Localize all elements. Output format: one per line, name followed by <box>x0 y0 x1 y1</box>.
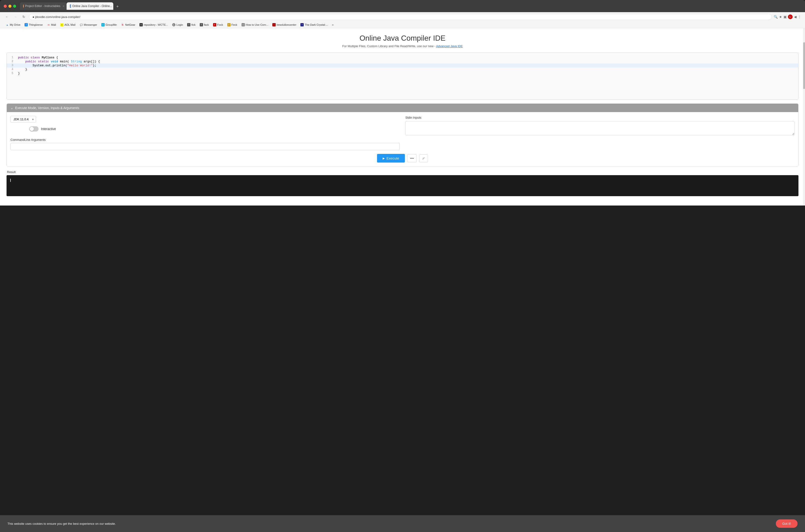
bookmark-aol-mail[interactable]: A AOL Mail <box>58 22 77 27</box>
profile-icon[interactable]: U <box>788 15 793 19</box>
code-line-4: 4 } <box>7 68 798 72</box>
bookmark-favicon-aol-mail: A <box>60 23 63 26</box>
bookmark-repository[interactable]: R repository - WCTE... <box>137 22 170 27</box>
bookmark-favicon-fock: F <box>213 23 216 26</box>
bookmark-dark-crystal[interactable]: T The Dark Crystal:... <box>299 22 330 27</box>
execute-body: JDK 11.0.4 JDK 17 JDK 8 ▼ <box>7 112 798 166</box>
execute-button[interactable]: ▶ Execute <box>377 154 405 163</box>
new-tab-button[interactable]: + <box>114 3 121 10</box>
bookmark-thingiverse[interactable]: T Thingiverse <box>23 22 44 27</box>
menu-icon[interactable]: ⋮ <box>798 15 801 19</box>
line-content-2: public static void main( String args[]) … <box>16 60 100 63</box>
bookmark-favicon-messenger: 💬 <box>80 23 83 26</box>
bookmark-label-mail: Mail <box>51 23 56 26</box>
bookmark-netgear[interactable]: N NetGear <box>119 22 137 27</box>
bookmark-fack[interactable]: f fack <box>198 22 211 27</box>
bookmark-favicon-fick: f <box>187 23 190 26</box>
string-hello-world: "Hello World!" <box>67 64 93 67</box>
extension-icon[interactable]: ◀ <box>794 15 797 19</box>
bookmark-star-icon[interactable]: ★ <box>779 15 782 19</box>
kw-public-2: public <box>25 60 36 63</box>
bookmark-label-how-to-use: How to Use Com... <box>246 23 268 26</box>
bookmark-label-groupme: GroupMe <box>106 23 117 26</box>
code-line-5: 5 } <box>7 72 798 75</box>
bookmark-my-drive[interactable]: ▲ My Drive <box>4 22 22 27</box>
code-editor[interactable]: 1 public class MyClass { 2 public <box>7 53 798 99</box>
cmd-arguments-input[interactable] <box>11 143 400 150</box>
bookmark-label-feck: Feck <box>231 23 237 26</box>
tab-label-instructables: Project Editor - Instructables <box>25 4 60 8</box>
bookmark-feck[interactable]: F Feck <box>225 22 239 27</box>
close-button[interactable] <box>4 5 7 8</box>
result-cursor <box>10 179 11 182</box>
advanced-ide-link[interactable]: Advanced Java IDE <box>436 44 463 48</box>
forward-button[interactable]: → <box>12 14 19 20</box>
execute-header[interactable]: ⌄ Execute Mode, Version, Inputs & Argume… <box>7 104 798 112</box>
line-number-5: 5 <box>7 72 16 75</box>
bookmark-mail[interactable]: ✉ Mail <box>45 22 58 27</box>
search-icon[interactable]: 🔍 <box>774 15 778 19</box>
bookmark-favicon-groupme: G <box>101 23 105 26</box>
minimize-button[interactable] <box>8 5 12 8</box>
bookmark-iresolution[interactable]: i iresolutioncenter <box>270 22 298 27</box>
address-bar: ← → ↻ ● jdoodle.com/online-java-compiler… <box>0 12 805 21</box>
bookmark-label-fock: Fock <box>217 23 223 26</box>
kw-class: class <box>31 56 40 59</box>
args: args[]) { <box>83 60 100 63</box>
tab-jdoodle[interactable]: J Online Java Compiler - Online... ✕ <box>67 2 113 10</box>
bookmark-label-login: Login <box>176 23 183 26</box>
line-number-3: 3 <box>7 64 16 67</box>
expand-button[interactable]: ⤢ <box>419 154 428 162</box>
interactive-row: Interactive <box>11 126 400 135</box>
bookmark-how-to-use[interactable]: H How to Use Com... <box>240 22 270 27</box>
bookmark-label-aol-mail: AOL Mail <box>64 23 75 26</box>
bookmark-label-iresolution: iresolutioncenter <box>277 23 296 26</box>
traffic-lights <box>4 5 16 8</box>
maximize-button[interactable] <box>13 5 16 8</box>
line-number-4: 4 <box>7 68 16 71</box>
code-line-1: 1 public class MyClass { <box>7 56 798 60</box>
execute-actions: ▶ Execute ••• ⤢ <box>11 154 794 163</box>
bookmarks-bar: ▲ My Drive T Thingiverse ✉ Mail A AOL Ma… <box>0 21 805 28</box>
bookmark-login[interactable]: L Login <box>170 22 185 27</box>
title-bar: I Project Editor - Instructables ✕ J Onl… <box>0 0 805 12</box>
more-options-button[interactable]: ••• <box>407 154 417 162</box>
jdk-select[interactable]: JDK 11.0.4 JDK 17 JDK 8 <box>11 116 36 122</box>
classname: MyClass <box>42 56 54 59</box>
execute-header-text: Execute Mode, Version, Inputs & Argument… <box>15 106 79 110</box>
page-subtitle: For Multiple Files, Custom Library and F… <box>6 44 799 48</box>
kw-string: String <box>71 60 82 63</box>
cast-icon[interactable]: ▣ <box>784 15 787 19</box>
bookmark-more-icon: » <box>332 23 334 26</box>
line-content-5: } <box>16 72 20 75</box>
line-content-4: } <box>16 68 27 71</box>
code-line-3: 3 System.out.println("Hello World!"); <box>7 63 798 68</box>
bookmark-messenger[interactable]: 💬 Messenger <box>78 22 99 27</box>
tab-close-instructables[interactable]: ✕ <box>62 4 64 8</box>
brace-open: { <box>56 56 58 59</box>
tab-instructables[interactable]: I Project Editor - Instructables ✕ <box>20 2 67 10</box>
interactive-toggle-switch[interactable] <box>29 126 39 132</box>
cmd-label: CommandLine Arguments <box>11 138 400 141</box>
bookmark-label-repository: repository - WCTE... <box>144 23 168 26</box>
bookmark-fock[interactable]: F Fock <box>211 22 225 27</box>
cmd-group: CommandLine Arguments <box>11 138 400 150</box>
reload-button[interactable]: ↻ <box>21 14 27 20</box>
execute-right: Stdin Inputs <box>405 116 794 136</box>
stdin-input[interactable] <box>405 121 794 135</box>
url-bar[interactable]: ● jdoodle.com/online-java-compiler/ <box>29 14 772 20</box>
page-content: Online Java Compiler IDE For Multiple Fi… <box>0 28 805 206</box>
execute-row: JDK 11.0.4 JDK 17 JDK 8 ▼ <box>11 116 794 150</box>
bookmark-groupme[interactable]: G GroupMe <box>99 22 119 27</box>
bookmark-favicon-iresolution: i <box>273 23 276 26</box>
bookmark-more[interactable]: » <box>330 23 335 27</box>
toggle-knob <box>30 127 34 131</box>
back-button[interactable]: ← <box>4 14 10 20</box>
bookmark-favicon-dark-crystal: T <box>300 23 304 26</box>
bookmark-favicon-mail: ✉ <box>47 23 50 26</box>
scrollbar-thumb[interactable] <box>803 42 805 89</box>
kw-static: static <box>38 60 49 63</box>
scrollbar[interactable] <box>803 28 805 206</box>
bookmark-fick[interactable]: f fick <box>185 22 197 27</box>
url-text: ● jdoodle.com/online-java-compiler/ <box>33 15 80 19</box>
